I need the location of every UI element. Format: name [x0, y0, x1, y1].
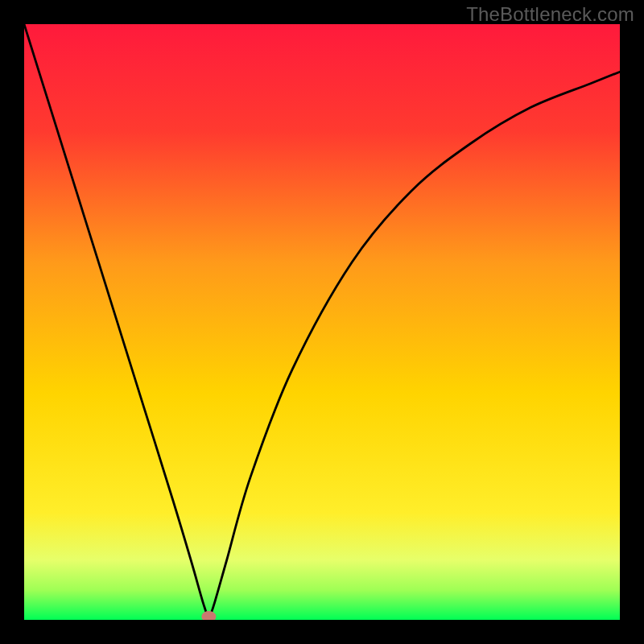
- chart-frame: TheBottleneck.com: [0, 0, 644, 644]
- watermark-text: TheBottleneck.com: [466, 3, 634, 26]
- gradient-background: [24, 24, 620, 620]
- bottleneck-chart: [24, 24, 620, 620]
- plot-area: [24, 24, 620, 620]
